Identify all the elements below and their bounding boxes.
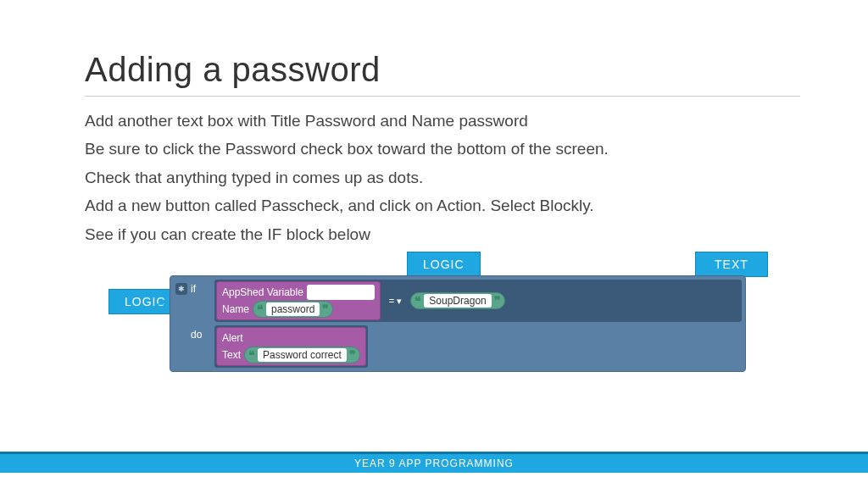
text-value: Password correct <box>258 348 347 362</box>
quote-close-icon: ❞ <box>322 302 329 316</box>
if-keyword: if <box>191 280 214 295</box>
gear-icon: ✱ <box>175 283 187 295</box>
blockly-diagram: LOGIC TEXT LOGIC ✱ if AppShed Variable N… <box>85 252 800 421</box>
block-label: AppShed Variable <box>222 286 303 298</box>
text-literal-block: ❝ password ❞ <box>253 301 333 318</box>
instruction-line: Be sure to click the Password check box … <box>85 136 800 161</box>
text-value: SoupDragon <box>424 294 491 308</box>
quote-open-icon: ❝ <box>257 302 264 316</box>
equals-operator: = ▾ <box>384 294 407 308</box>
variable-value-slot <box>307 285 375 300</box>
text-value: password <box>266 302 320 316</box>
instruction-line: Add a new button called Passcheck, and c… <box>85 193 800 218</box>
quote-close-icon: ❞ <box>494 294 501 308</box>
instruction-line: See if you can create the IF block below <box>85 222 800 247</box>
text-literal-block: ❝ Password correct ❞ <box>244 347 360 363</box>
if-block: ✱ if AppShed Variable Name ❝ password ❞ <box>170 275 746 372</box>
instructions: Add another text box with Title Password… <box>85 108 800 247</box>
block-label: Text <box>222 349 241 361</box>
footer-bar: YEAR 9 APP PROGRAMMING <box>0 452 868 473</box>
block-label: Name <box>222 303 249 315</box>
quote-open-icon: ❝ <box>248 348 255 362</box>
appshed-variable-block: AppShed Variable Name ❝ password ❞ <box>216 281 381 320</box>
quote-open-icon: ❝ <box>415 294 421 308</box>
do-keyword: do <box>191 325 214 341</box>
block-label: Alert <box>222 332 243 344</box>
quote-close-icon: ❞ <box>349 348 356 362</box>
instruction-line: Check that anything typed in comes up as… <box>85 165 800 190</box>
text-literal-block: ❝ SoupDragon ❞ <box>410 292 504 309</box>
page-title: Adding a password <box>85 51 800 97</box>
instruction-line: Add another text box with Title Password… <box>85 108 800 133</box>
alert-block: Alert Text ❝ Password correct ❞ <box>216 327 366 366</box>
